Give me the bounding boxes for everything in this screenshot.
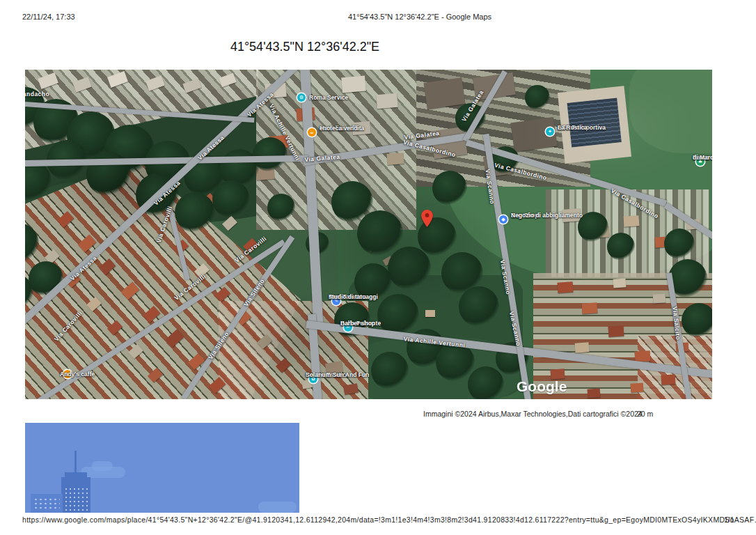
tree	[371, 352, 409, 389]
building-roof	[588, 388, 601, 398]
building-roof	[341, 76, 366, 93]
cloud-illustration	[258, 502, 297, 513]
tree	[682, 303, 712, 338]
page-title: 41°54'43.5"N 12°36'42.2"E	[230, 40, 379, 54]
building-roof	[558, 281, 574, 293]
print-datetime: 22/11/24, 17:33	[22, 13, 75, 21]
tree	[607, 233, 635, 261]
small-building-illustration	[31, 494, 63, 513]
building-roof	[613, 278, 627, 288]
building-roof	[376, 93, 398, 109]
map-attribution: Immagini ©2024 Airbus,Maxar Technologies…	[423, 410, 643, 418]
building-roof	[386, 153, 404, 165]
solar-panels	[567, 98, 622, 147]
building-roof	[582, 302, 598, 313]
page-indicator: 1/1	[724, 515, 734, 524]
print-page: 22/11/24, 17:33 41°54'43.5"N 12°36'42.2"…	[0, 0, 756, 535]
tree	[525, 85, 550, 110]
tree	[267, 194, 295, 222]
building-roof	[575, 342, 590, 352]
google-watermark: Google	[517, 378, 567, 395]
shopping-bag-icon: ◆	[499, 215, 507, 224]
coffee-icon: ☕	[308, 128, 316, 137]
print-doc-title: 41°54'43.5"N 12°36'42.2"E - Google Maps	[348, 13, 491, 21]
building-roof	[661, 374, 676, 385]
tree	[664, 228, 695, 259]
building-roof	[635, 350, 651, 362]
footer-url: https://www.google.com/maps/place/41°54'…	[22, 515, 756, 524]
cloud-illustration	[92, 461, 113, 471]
building-roof	[653, 293, 666, 303]
tree	[175, 192, 215, 233]
location-pin-icon	[421, 210, 433, 227]
tree	[459, 286, 499, 327]
building-roof	[424, 77, 466, 109]
satellite-map-image: Via AtessaVia AtessaVia AtessaVia Atessa…	[25, 70, 712, 399]
building-roof	[631, 382, 644, 392]
tree	[357, 210, 403, 256]
building-windows	[33, 497, 60, 510]
tree	[436, 343, 475, 382]
building-windows	[64, 487, 88, 511]
gear-icon: ⚙	[297, 93, 306, 102]
street-view-placeholder	[25, 423, 299, 513]
building-roof	[624, 215, 640, 226]
building-roof	[425, 310, 435, 317]
map-scale-label: 20 m	[637, 410, 653, 418]
street-label: andacho	[25, 91, 49, 98]
tree	[468, 366, 504, 399]
tree	[212, 180, 250, 218]
skyscraper-illustration	[61, 477, 90, 513]
tree	[253, 137, 288, 172]
tree	[432, 171, 467, 206]
building-roof	[608, 325, 624, 336]
tree	[388, 247, 431, 290]
sports-icon: ✦	[546, 127, 554, 136]
